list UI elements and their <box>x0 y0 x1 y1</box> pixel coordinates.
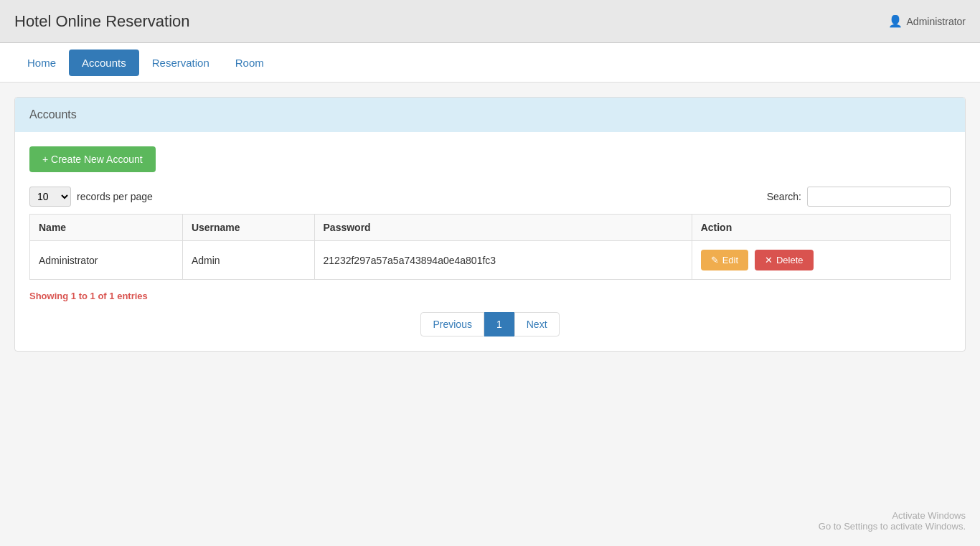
navbar: Home Accounts Reservation Room <box>0 43 980 83</box>
next-button[interactable]: Next <box>514 312 560 336</box>
table-header-row: Name Username Password Action <box>30 215 951 241</box>
cell-username: Admin <box>182 241 314 280</box>
entries-of-label: of <box>98 291 109 301</box>
search-label: Search: <box>767 191 801 202</box>
accounts-card: Accounts + Create New Account 10 25 50 1… <box>14 97 966 352</box>
edit-button[interactable]: ✎ Edit <box>701 250 748 270</box>
records-per-page-select[interactable]: 10 25 50 100 <box>29 187 71 207</box>
entries-of-val: 1 <box>109 291 114 301</box>
nav-reservation[interactable]: Reservation <box>139 50 222 76</box>
entries-from-val: 1 <box>71 291 76 301</box>
col-username: Username <box>182 215 314 241</box>
entries-to-label: to <box>79 291 90 301</box>
records-per-page-control: 10 25 50 100 records per page <box>29 187 153 207</box>
table-row: Administrator Admin 21232f297a57a5a74389… <box>30 241 951 280</box>
card-title: Accounts <box>29 108 77 121</box>
nav-home[interactable]: Home <box>14 50 69 76</box>
cell-password: 21232f297a57a5a743894a0e4a801fc3 <box>314 241 692 280</box>
card-header: Accounts <box>15 98 965 132</box>
previous-button[interactable]: Previous <box>420 312 484 336</box>
entries-to-val: 1 <box>90 291 95 301</box>
nav-room[interactable]: Room <box>222 50 277 76</box>
accounts-table: Name Username Password Action Administra… <box>29 214 951 280</box>
search-control: Search: <box>767 187 951 207</box>
col-password: Password <box>314 215 692 241</box>
table-controls: 10 25 50 100 records per page Search: <box>29 187 951 207</box>
entries-info: Showing 1 to 1 of 1 entries <box>29 291 951 301</box>
user-icon: 👤 <box>888 14 903 28</box>
edit-icon: ✎ <box>711 255 719 265</box>
pagination: Previous 1 Next <box>29 312 951 336</box>
col-action: Action <box>692 215 950 241</box>
delete-button[interactable]: ✕ Delete <box>755 250 814 270</box>
create-new-account-button[interactable]: + Create New Account <box>29 146 156 172</box>
user-info: 👤 Administrator <box>888 14 966 28</box>
entries-entries: entries <box>117 291 148 301</box>
delete-icon: ✕ <box>765 255 773 265</box>
search-input[interactable] <box>807 187 951 207</box>
cell-action: ✎ Edit ✕ Delete <box>692 241 950 280</box>
edit-label: Edit <box>722 255 738 265</box>
main-content: Accounts + Create New Account 10 25 50 1… <box>0 83 980 366</box>
app-title: Hotel Online Reservation <box>14 12 190 31</box>
showing-label: Showing <box>29 291 68 301</box>
username-display: Administrator <box>907 16 966 27</box>
nav-accounts[interactable]: Accounts <box>69 50 139 76</box>
delete-label: Delete <box>776 255 804 265</box>
records-per-page-label: records per page <box>77 191 153 202</box>
page-1-button[interactable]: 1 <box>484 312 514 336</box>
col-name: Name <box>30 215 183 241</box>
header: Hotel Online Reservation 👤 Administrator <box>0 0 980 43</box>
cell-name: Administrator <box>30 241 183 280</box>
